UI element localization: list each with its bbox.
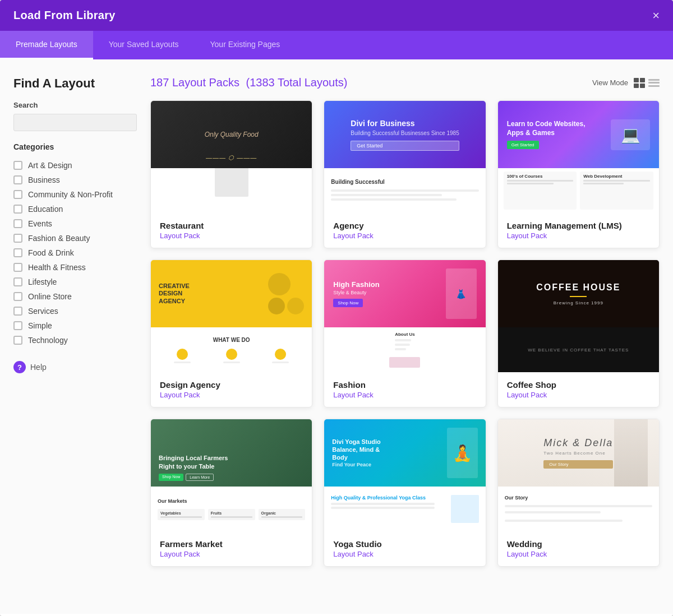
card-image-restaurant: Only Quality Food ——— ⬡ ——— (151, 101, 312, 213)
card-image-design-agency: CREATIVEDESIGNAGENCY WHAT WE DO (151, 260, 312, 372)
card-image-farmers: Bringing Local FarmersRight to your Tabl… (151, 419, 312, 531)
layout-count: 187 Layout Packs (1383 Total Layouts) (150, 76, 347, 89)
category-checkbox-food (13, 248, 22, 257)
category-checkbox-technology (13, 336, 22, 345)
layout-card-coffee[interactable]: COFFEE HOUSE Brewing Since 1999 WE BELIE… (497, 260, 660, 407)
list-view-icon[interactable] (648, 78, 660, 88)
category-item[interactable]: Services (13, 304, 137, 318)
layout-card-lms[interactable]: Learn to Code Websites,Apps & Games Get … (497, 100, 660, 248)
category-label-services: Services (28, 307, 58, 316)
category-checkbox-events (13, 219, 22, 228)
category-label-business: Business (28, 175, 60, 184)
category-label-lifestyle: Lifestyle (28, 277, 57, 286)
category-item[interactable]: Online Store (13, 289, 137, 304)
category-item[interactable]: Simple (13, 318, 137, 333)
layout-card-design-agency[interactable]: CREATIVEDESIGNAGENCY WHAT WE DO (150, 260, 312, 407)
category-checkbox-services (13, 307, 22, 316)
fashion-person-icon: 👗 (446, 268, 477, 319)
card-type: Layout Pack (333, 231, 476, 240)
category-checkbox-lifestyle (13, 277, 22, 286)
card-name: Design Agency (160, 380, 303, 390)
layout-card-restaurant[interactable]: Only Quality Food ——— ⬡ ——— (150, 100, 312, 248)
category-item[interactable]: Fashion & Beauty (13, 231, 137, 246)
category-item[interactable]: Health & Fitness (13, 260, 137, 275)
category-checkbox-online-store (13, 292, 22, 301)
card-name: Farmers Market (160, 539, 303, 549)
tab-saved[interactable]: Your Saved Layouts (93, 31, 195, 59)
category-item[interactable]: Technology (13, 333, 137, 348)
card-image-wedding: Mick & Della Two Hearts Become One Our S… (498, 419, 659, 531)
category-item[interactable]: Education (13, 202, 137, 216)
card-name: Yoga Studio (333, 539, 476, 549)
agency-preview-content: Divi for Business Building Successful Bu… (351, 119, 459, 151)
view-mode-label: View Mode (592, 78, 628, 87)
layout-card-agency[interactable]: Divi for Business Building Successful Bu… (324, 100, 486, 248)
category-checkbox-community (13, 190, 22, 199)
grid-cell (634, 84, 639, 88)
card-info: Design Agency Layout Pack (151, 372, 312, 407)
restaurant-tagline: ——— ⬡ ——— (151, 154, 312, 161)
card-preview-bottom: About Us (324, 327, 485, 372)
card-preview-top: Divi for Business Building Successful Bu… (324, 101, 485, 168)
category-item[interactable]: Lifestyle (13, 275, 137, 289)
grid-view-icon[interactable] (634, 78, 645, 88)
card-preview-top: COFFEE HOUSE Brewing Since 1999 (498, 260, 659, 327)
card-type: Layout Pack (507, 391, 650, 399)
tab-premade[interactable]: Premade Layouts (0, 31, 93, 59)
help-link[interactable]: ? Help (13, 361, 137, 373)
list-line (648, 85, 660, 87)
card-name: Agency (333, 221, 476, 230)
category-item[interactable]: Community & Non-Profit (13, 187, 137, 202)
card-info: Fashion Layout Pack (324, 372, 485, 407)
search-input[interactable] (13, 114, 137, 131)
category-label-technology: Technology (28, 336, 68, 345)
category-label-art: Art & Design (28, 161, 72, 170)
layout-grid: Only Quality Food ——— ⬡ ——— (150, 100, 660, 567)
view-mode: View Mode (592, 78, 660, 88)
layout-card-wedding[interactable]: Mick & Della Two Hearts Become One Our S… (497, 419, 660, 567)
sidebar-title: Find A Layout (13, 76, 137, 91)
card-type: Layout Pack (333, 550, 476, 558)
wedding-person-bg (614, 419, 648, 487)
list-line (648, 82, 660, 84)
card-preview-bottom (151, 168, 312, 213)
card-preview-top: Divi Yoga Studio Balance, Mind &Body Fin… (324, 419, 485, 487)
modal-container: Load From Library × Premade Layouts Your… (0, 0, 673, 616)
card-preview-bottom: Building Successful (324, 168, 485, 213)
card-info: Restaurant Layout Pack (151, 213, 312, 248)
card-type: Layout Pack (507, 231, 650, 240)
card-preview-bottom: Our Story (498, 487, 659, 531)
card-image-agency: Divi for Business Building Successful Bu… (324, 101, 485, 213)
main-header: 187 Layout Packs (1383 Total Layouts) Vi… (150, 76, 660, 89)
category-item[interactable]: Business (13, 173, 137, 187)
yoga-person-icon: 🧘 (447, 428, 478, 478)
card-name: Learning Management (LMS) (507, 221, 650, 230)
category-label-health: Health & Fitness (28, 263, 86, 272)
card-name: Coffee Shop (507, 380, 650, 390)
layout-card-farmers[interactable]: Bringing Local FarmersRight to your Tabl… (150, 419, 312, 567)
category-checkbox-education (13, 205, 22, 214)
card-preview-top: Mick & Della Two Hearts Become One Our S… (498, 419, 659, 487)
category-item[interactable]: Food & Drink (13, 246, 137, 260)
close-button[interactable]: × (652, 10, 660, 22)
card-type: Layout Pack (333, 391, 476, 399)
card-preview-bottom: WHAT WE DO (151, 327, 312, 372)
category-item[interactable]: Art & Design (13, 158, 137, 173)
card-info: Learning Management (LMS) Layout Pack (498, 213, 659, 248)
card-image-lms: Learn to Code Websites,Apps & Games Get … (498, 101, 659, 213)
sidebar: Find A Layout Search Categories Art & De… (13, 76, 137, 600)
card-type: Layout Pack (160, 231, 303, 240)
category-checkbox-simple (13, 321, 22, 330)
layout-card-yoga[interactable]: Divi Yoga Studio Balance, Mind &Body Fin… (324, 419, 486, 567)
layout-card-fashion[interactable]: High Fashion Style & Beauty Shop Now 👗 A… (324, 260, 486, 407)
category-label-food: Food & Drink (28, 248, 74, 257)
card-preview-top: Bringing Local FarmersRight to your Tabl… (151, 419, 312, 487)
card-preview-top: Learn to Code Websites,Apps & Games Get … (498, 101, 659, 168)
category-label-simple: Simple (28, 321, 52, 330)
card-preview-bottom: WE BELIEVE IN COFFEE THAT TASTES (498, 327, 659, 372)
categories-title: Categories (13, 142, 137, 151)
category-item[interactable]: Events (13, 216, 137, 231)
card-info: Agency Layout Pack (324, 213, 485, 248)
tab-existing[interactable]: Your Existing Pages (195, 31, 296, 59)
card-preview-bottom: 100's of Courses Web Development (498, 168, 659, 213)
